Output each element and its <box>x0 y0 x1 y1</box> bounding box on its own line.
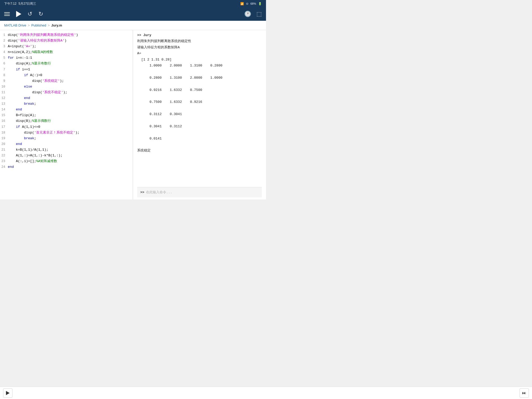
code-line-16: 16 disp(B);%显示偶数行 <box>0 118 133 124</box>
toolbar: ↺ ↻ 🕐 ⬚ <box>0 7 266 21</box>
code-line-20: 20 end <box>0 141 133 147</box>
console-blank-6 <box>137 129 262 135</box>
code-line-12: 12 end <box>0 95 133 101</box>
code-line-21: 21 k=B(1,1)/A(1,1); <box>0 147 133 153</box>
menu-button[interactable] <box>4 12 10 16</box>
breadcrumb-sep-1: > <box>28 23 30 27</box>
console-blank-3 <box>137 93 262 99</box>
battery-level: 68% <box>250 2 256 5</box>
code-line-9: 9 disp('系统稳定'); <box>0 78 133 84</box>
location-icon: ⊙ <box>246 2 248 5</box>
console-blank-5 <box>137 117 262 123</box>
code-line-19: 19 break; <box>0 136 133 141</box>
date: 5月27日周三 <box>18 2 36 6</box>
breadcrumb-part-2[interactable]: Published <box>31 23 46 27</box>
code-line-8: 8 if A(:)>0 <box>0 72 133 78</box>
breadcrumb-sep-2: > <box>48 23 50 27</box>
code-line-5: 5 for i=n:-1:1 <box>0 55 133 61</box>
code-line-6: 6 disp(A);%显示奇数行 <box>0 61 133 66</box>
code-line-7: 7 if i==1 <box>0 67 133 72</box>
main-content: 1 disp('利用朱判判据判断离散系统的稳定性') 2 disp('请输入特征… <box>0 30 266 200</box>
breadcrumb: MATLAB Drive > Published > Jury.m <box>0 21 266 30</box>
undo-button[interactable]: ↺ <box>28 11 32 17</box>
code-editor[interactable]: 1 disp('利用朱判判据判断离散系统的稳定性') 2 disp('请输入特征… <box>0 30 133 200</box>
console-output: >> Jury 利用朱判判据判断离散系统的稳定性 请输入特征方程的系数矩阵A A… <box>137 32 262 187</box>
status-indicators: 📶 ⊙ 68% 🔋 <box>240 2 262 5</box>
status-time-date: 下午7:12 5月27日周三 <box>4 2 36 6</box>
toolbar-left-actions: ↺ ↻ <box>4 11 43 17</box>
console-result: 系统稳定 <box>137 148 262 154</box>
code-line-10: 10 else <box>0 84 133 90</box>
play-button[interactable] <box>16 11 21 17</box>
console-out-3: A= <box>137 50 262 56</box>
breadcrumb-current: Jury.m <box>51 23 62 27</box>
console-matrix-6: 0.3041 0.3112 <box>137 123 262 129</box>
code-line-15: 15 B=flip(A); <box>0 112 133 118</box>
code-line-3: 3 A=input('A='); <box>0 44 133 49</box>
share-button[interactable]: ⬚ <box>256 11 262 17</box>
code-line-11: 11 disp('系统不稳定'); <box>0 90 133 95</box>
code-line-23: 23 A(:,i)=[];%A矩阵减维数 <box>0 158 133 164</box>
code-line-2: 2 disp('请输入特征方程的系数矩阵A') <box>0 38 133 44</box>
battery-icon: 🔋 <box>258 2 262 5</box>
wifi-icon: 📶 <box>240 2 244 5</box>
console-matrix-7: 0.0141 <box>137 136 262 142</box>
console-prompt-line: >> Jury <box>137 32 262 38</box>
console-matrix-5: 0.3112 0.3041 <box>137 111 262 117</box>
console-blank-1 <box>137 69 262 75</box>
console-out-4: [1 2 1.31 0.28] <box>137 57 262 63</box>
console-matrix-2: 0.2800 1.3100 2.0000 1.0000 <box>137 75 262 81</box>
console-matrix-1: 1.0000 2.0000 1.3100 0.2800 <box>137 63 262 69</box>
console-blank-7 <box>137 142 262 148</box>
breadcrumb-part-1[interactable]: MATLAB Drive <box>4 23 26 27</box>
status-bar: 下午7:12 5月27日周三 📶 ⊙ 68% 🔋 <box>0 0 266 7</box>
console-out-1: 利用朱判判据判断离散系统的稳定性 <box>137 38 262 44</box>
code-line-1: 1 disp('利用朱判判据判断离散系统的稳定性') <box>0 32 133 38</box>
code-line-4: 4 n=size(A,2);%截取A的维数 <box>0 49 133 55</box>
console-panel: >> Jury 利用朱判判据判断离散系统的稳定性 请输入特征方程的系数矩阵A A… <box>133 30 266 200</box>
console-blank-2 <box>137 81 262 87</box>
time: 下午7:12 <box>4 2 16 6</box>
console-matrix-4: 0.7500 1.6332 0.9216 <box>137 99 262 105</box>
redo-button[interactable]: ↻ <box>38 11 43 17</box>
code-line-18: 18 disp('首元素非正！系统不稳定'); <box>0 130 133 136</box>
console-matrix-3: 0.9216 1.6332 0.7500 <box>137 87 262 93</box>
code-line-13: 13 break; <box>0 101 133 107</box>
console-prompt-symbol: >> <box>140 189 144 195</box>
console-input-area[interactable]: >> 在此输入命令... <box>137 187 262 197</box>
console-blank-4 <box>137 105 262 111</box>
code-line-22: 22 A(1,:)=A(1,:)-k*B(1,:); <box>0 153 133 158</box>
code-line-14: 14 end <box>0 107 133 112</box>
toolbar-right-actions: 🕐 ⬚ <box>244 11 262 17</box>
console-out-2: 请输入特征方程的系数矩阵A <box>137 44 262 50</box>
history-button[interactable]: 🕐 <box>244 11 251 17</box>
code-line-17: 17 if A(1,1)<=0 <box>0 124 133 130</box>
code-line-24: 24 end <box>0 164 133 170</box>
console-input-placeholder[interactable]: 在此输入命令... <box>146 189 172 195</box>
